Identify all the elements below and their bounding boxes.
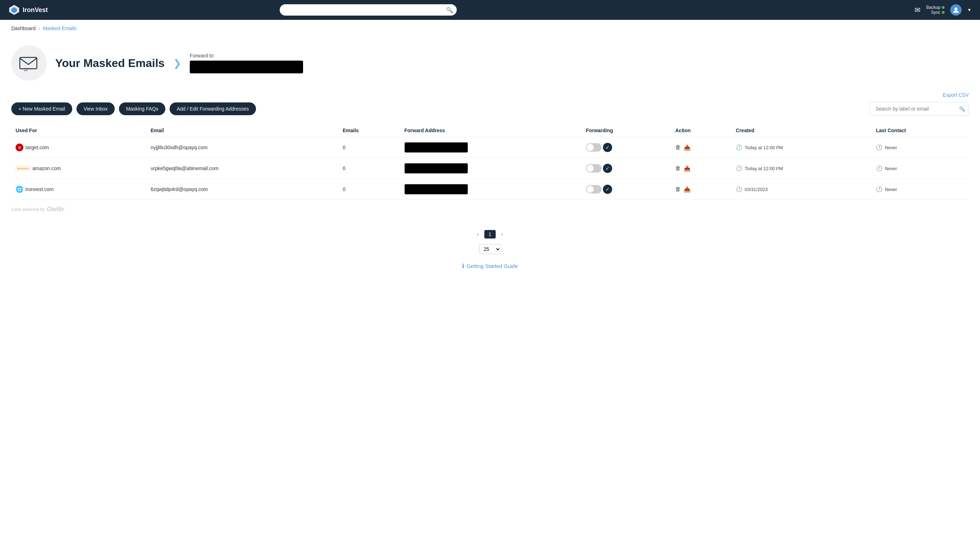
forwarding-toggle[interactable] xyxy=(586,143,601,152)
masking-faqs-button[interactable]: Masking FAQs xyxy=(119,102,165,115)
header: IronVest 🔍 ✉ Backup Sync ▼ xyxy=(0,0,980,20)
delete-icon[interactable]: 🗑 xyxy=(675,144,681,151)
table-header: Used For Email Emails Forward Address Fo… xyxy=(11,124,969,137)
cell-emails-count: 0 xyxy=(339,179,400,200)
table-search-input[interactable] xyxy=(870,102,969,115)
created-value: Today at 12:00 PM xyxy=(745,145,783,150)
cell-created: 🕐 03/31/2023 xyxy=(732,179,872,200)
backup-status-dot xyxy=(942,6,945,9)
cell-email: 6zqwjtidp4rd@opayq.com xyxy=(146,179,339,200)
toggle-knob xyxy=(587,186,594,193)
cell-email: nyjjl8u30xdh@opayq.com xyxy=(146,137,339,158)
svg-rect-3 xyxy=(20,57,37,69)
logo-text: IronVest xyxy=(23,6,48,14)
masked-email-icon xyxy=(19,55,39,71)
created-clock-icon: 🕐 xyxy=(736,186,743,192)
breadcrumb: Dashboard › Masked Emails xyxy=(0,20,980,37)
table-search-icon[interactable]: 🔍 xyxy=(959,106,965,112)
send-icon[interactable]: 📤 xyxy=(684,144,691,151)
delete-icon[interactable]: 🗑 xyxy=(675,186,681,192)
cell-used-for: ⊙ target.com xyxy=(11,137,146,158)
view-inbox-button[interactable]: View Inbox xyxy=(76,102,115,115)
toggle-check: ✓ xyxy=(603,164,612,173)
hero-section: Your Masked Emails ❯ Forward to: xyxy=(11,45,969,81)
breadcrumb-separator: › xyxy=(38,26,40,31)
cell-last-contact: 🕐 Never xyxy=(872,179,969,200)
emails-table: Used For Email Emails Forward Address Fo… xyxy=(11,124,969,200)
created-clock-icon: 🕐 xyxy=(736,165,743,172)
send-icon[interactable]: 📤 xyxy=(684,165,691,172)
cell-forwarding: ✓ xyxy=(582,158,671,179)
last-contact-value: Never xyxy=(885,166,897,171)
action-bar: + New Masked Email View Inbox Masking FA… xyxy=(11,102,969,115)
forwarding-toggle[interactable] xyxy=(586,185,601,193)
forwarding-toggle[interactable] xyxy=(586,164,601,172)
created-clock-icon: 🕐 xyxy=(736,144,743,151)
page-current: 1 xyxy=(484,230,496,238)
hero-icon-wrap xyxy=(11,45,47,81)
top-bar-right: Export CSV xyxy=(11,92,969,101)
cell-email: urpke5gwql9a@abinemail.com xyxy=(146,158,339,179)
cell-used-for: 🌐 ironvest.com xyxy=(11,179,146,200)
user-menu-chevron[interactable]: ▼ xyxy=(967,8,972,13)
search-icon-button[interactable]: 🔍 xyxy=(446,7,453,13)
getting-started-guide[interactable]: ℹ Getting Started Guide xyxy=(11,263,969,269)
globe-favicon: 🌐 xyxy=(16,185,23,193)
backup-status: Backup xyxy=(926,5,945,10)
forward-section: Forward to: xyxy=(190,53,303,73)
forward-address-select[interactable] xyxy=(404,184,468,195)
cell-last-contact: 🕐 Never xyxy=(872,137,969,158)
breadcrumb-home[interactable]: Dashboard xyxy=(11,26,36,31)
pagination: ‹ 1 › xyxy=(474,230,506,238)
forward-address-select[interactable] xyxy=(404,163,468,174)
hero-chevron-icon: ❯ xyxy=(173,57,181,69)
page-title: Your Masked Emails xyxy=(55,57,165,70)
export-csv-link[interactable]: Export CSV xyxy=(943,92,969,98)
header-search-wrap: 🔍 xyxy=(280,4,457,16)
owler-label: Owlêr xyxy=(47,206,64,213)
page-prev-button[interactable]: ‹ xyxy=(474,230,482,238)
per-page-select[interactable]: 25 50 100 xyxy=(479,244,501,254)
search-input[interactable] xyxy=(280,4,457,16)
cell-last-contact: 🕐 Never xyxy=(872,158,969,179)
info-icon: ℹ xyxy=(462,263,464,269)
col-forward-address: Forward Address xyxy=(400,124,582,137)
site-name: target.com xyxy=(25,145,49,150)
new-masked-email-button[interactable]: + New Masked Email xyxy=(11,102,72,115)
cell-action: 🗑 📤 xyxy=(671,158,732,179)
pagination-wrap: ‹ 1 › 25 50 100 xyxy=(11,219,969,254)
cell-created: 🕐 Today at 12:00 PM xyxy=(732,158,872,179)
sync-status: Sync xyxy=(931,10,945,15)
toggle-knob xyxy=(587,144,594,151)
user-avatar[interactable] xyxy=(950,4,962,16)
col-email: Email xyxy=(146,124,339,137)
delete-icon[interactable]: 🗑 xyxy=(675,165,681,172)
icons-powered: Icons powered by Owlêr xyxy=(11,206,969,213)
add-edit-forwarding-button[interactable]: Add / Edit Forwarding Addresses xyxy=(170,102,256,115)
forward-address-select[interactable] xyxy=(404,142,468,153)
amazon-favicon: amazon xyxy=(16,166,30,171)
table-row: ⊙ target.com nyjjl8u30xdh@opayq.com 0 xyxy=(11,137,969,158)
mail-icon[interactable]: ✉ xyxy=(915,6,921,14)
cell-action: 🗑 📤 xyxy=(671,137,732,158)
last-contact-clock-icon: 🕐 xyxy=(876,144,883,151)
send-icon[interactable]: 📤 xyxy=(684,186,691,193)
table-search-wrap: 🔍 xyxy=(870,102,969,115)
forward-to-label: Forward to: xyxy=(190,53,303,59)
logo: IronVest xyxy=(8,4,48,16)
header-status: Backup Sync xyxy=(926,5,945,15)
created-value: Today at 12:00 PM xyxy=(745,166,783,171)
last-contact-value: Never xyxy=(885,187,897,192)
icons-powered-label: Icons powered by xyxy=(11,207,45,212)
last-contact-value: Never xyxy=(885,145,897,150)
toggle-knob xyxy=(587,165,594,172)
breadcrumb-current: Masked Emails xyxy=(43,26,76,31)
backup-label: Backup xyxy=(926,5,940,10)
avatar-icon xyxy=(952,6,959,13)
logo-icon xyxy=(8,4,20,16)
last-contact-clock-icon: 🕐 xyxy=(876,165,883,172)
col-action: Action xyxy=(671,124,732,137)
cell-emails-count: 0 xyxy=(339,137,400,158)
page-next-button[interactable]: › xyxy=(498,230,506,238)
cell-created: 🕐 Today at 12:00 PM xyxy=(732,137,872,158)
